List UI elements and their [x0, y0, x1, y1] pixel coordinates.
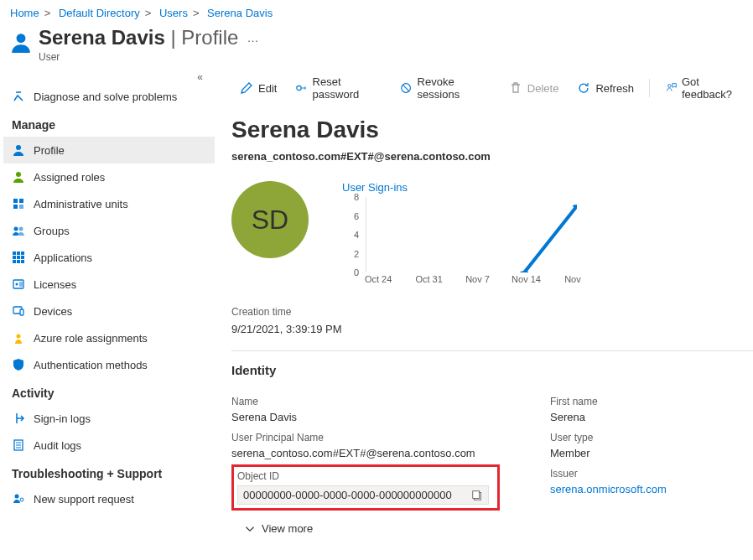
sidebar-heading-manage: Manage [3, 110, 215, 137]
identity-usertype-label: User type [550, 432, 753, 443]
svg-rect-14 [21, 256, 24, 259]
sidebar-item-label: Administrative units [34, 198, 128, 210]
identity-name-value: Serena Davis [231, 411, 500, 423]
sidebar-item-signin-logs[interactable]: Sign-in logs [3, 405, 215, 432]
sidebar-item-azure-roles[interactable]: Azure role assignments [3, 324, 215, 351]
sidebar-item-devices[interactable]: Devices [3, 298, 215, 324]
sidebar-item-applications[interactable]: Applications [3, 244, 215, 271]
breadcrumb: Home> Default Directory> Users> Serena D… [0, 0, 753, 23]
sidebar-item-profile[interactable]: Profile [3, 137, 215, 163]
svg-point-7 [14, 227, 18, 231]
signins-chart-title-link[interactable]: User Sign-ins [342, 181, 408, 194]
section-divider [231, 350, 753, 351]
delete-button: Delete [501, 78, 568, 98]
key-icon [295, 81, 307, 95]
sidebar-item-label: Licenses [34, 278, 76, 291]
sidebar-item-label: Diagnose and solve problems [34, 91, 177, 103]
revoke-icon [400, 81, 412, 95]
creation-time-label: Creation time [231, 306, 753, 318]
licenses-icon [12, 277, 25, 291]
identity-objectid-field[interactable]: 00000000-0000-0000-0000-000000000000 [237, 485, 489, 505]
view-more-button[interactable]: View more [231, 522, 753, 535]
sidebar-item-auth-methods[interactable]: Authentication methods [3, 351, 215, 378]
svg-rect-16 [17, 260, 20, 263]
svg-rect-13 [17, 256, 20, 259]
sidebar-item-label: Sign-in logs [34, 412, 91, 425]
profile-display-name: Serena Davis [231, 117, 753, 143]
revoke-sessions-button[interactable]: Revoke sessions [392, 72, 498, 104]
sidebar-item-groups[interactable]: Groups [3, 217, 215, 244]
identity-objectid-label: Object ID [237, 470, 494, 482]
sidebar-item-admin-units[interactable]: Administrative units [3, 190, 215, 217]
objectid-highlight: Object ID 00000000-0000-0000-0000-000000… [231, 464, 500, 511]
breadcrumb-users[interactable]: Users [159, 7, 188, 19]
svg-point-8 [19, 227, 23, 231]
edit-button[interactable]: Edit [231, 78, 285, 98]
sidebar-item-support[interactable]: New support request [3, 485, 215, 512]
creation-time-value: 9/21/2021, 3:39:19 PM [231, 323, 753, 335]
sidebar-item-label: Devices [34, 305, 72, 318]
breadcrumb-current[interactable]: Serena Davis [207, 7, 273, 19]
roles-icon [12, 170, 25, 184]
sidebar-item-audit-logs[interactable]: Audit logs [3, 432, 215, 459]
profile-upn: serena_contoso.com#EXT#@serena.contoso.c… [231, 150, 753, 163]
sidebar-item-label: Audit logs [34, 439, 81, 452]
collapse-sidebar-button[interactable]: « [3, 71, 215, 83]
pencil-icon [240, 81, 253, 95]
sidebar-item-label: New support request [34, 493, 134, 506]
chevron-down-icon [245, 524, 255, 534]
sidebar-item-label: Azure role assignments [34, 332, 148, 345]
refresh-button[interactable]: Refresh [569, 78, 642, 98]
svg-point-22 [17, 334, 21, 339]
chart-yaxis: 8 6 4 2 0 [342, 197, 362, 272]
svg-rect-17 [21, 260, 24, 263]
svg-point-24 [15, 495, 19, 499]
sidebar-item-label: Assigned roles [34, 171, 105, 184]
refresh-icon [577, 81, 590, 95]
copy-icon[interactable] [471, 490, 483, 501]
sidebar-item-label: Authentication methods [34, 359, 148, 371]
sidebar-item-licenses[interactable]: Licenses [3, 271, 215, 298]
sidebar-item-label: Profile [34, 144, 65, 157]
sidebar-item-diagnose[interactable]: Diagnose and solve problems [3, 83, 215, 110]
azure-roles-icon [12, 331, 25, 345]
support-icon [12, 492, 25, 506]
svg-rect-15 [13, 260, 16, 263]
page-title: Serena Davis | Profile [39, 26, 238, 49]
page-header: Serena Davis | Profile User … [0, 23, 753, 71]
identity-issuer-link[interactable]: serena.onmicrosoft.com [550, 483, 667, 495]
auth-methods-icon [12, 358, 25, 371]
signin-logs-icon [12, 412, 25, 425]
command-bar: Edit Reset password Revoke sessions Dele… [231, 71, 753, 105]
signins-chart: User Sign-ins 8 6 4 2 0 [342, 181, 753, 289]
identity-heading: Identity [231, 363, 753, 377]
svg-point-25 [20, 498, 23, 501]
identity-upn-label: User Principal Name [231, 432, 500, 443]
identity-firstname-value: Serena [550, 411, 753, 423]
svg-rect-10 [17, 251, 20, 255]
reset-password-button[interactable]: Reset password [287, 72, 390, 104]
identity-name-label: Name [231, 396, 500, 407]
sidebar-item-assigned-roles[interactable]: Assigned roles [3, 163, 215, 190]
svg-rect-4 [19, 199, 23, 203]
breadcrumb-home[interactable]: Home [10, 7, 39, 19]
breadcrumb-directory[interactable]: Default Directory [59, 7, 140, 19]
feedback-button[interactable]: Got feedback? [657, 72, 753, 104]
svg-point-26 [297, 86, 301, 90]
more-button[interactable]: … [247, 26, 259, 44]
toolbar-separator [649, 79, 650, 97]
chart-xaxis: Oct 24 Oct 31 Nov 7 Nov 14 Nov [366, 272, 577, 289]
identity-firstname-label: First name [550, 396, 753, 407]
profile-avatar: SD [231, 181, 309, 258]
audit-logs-icon [12, 438, 25, 452]
svg-rect-33 [473, 490, 480, 498]
svg-point-2 [16, 172, 21, 177]
svg-rect-12 [13, 256, 16, 259]
identity-upn-value: serena_contoso.com#EXT#@serena.contoso.c… [231, 447, 500, 459]
admin-units-icon [12, 197, 25, 210]
sidebar-heading-activity: Activity [3, 378, 215, 405]
trash-icon [509, 81, 522, 95]
svg-rect-9 [13, 251, 16, 255]
svg-point-31 [573, 205, 577, 208]
chart-plot-area [366, 197, 577, 272]
